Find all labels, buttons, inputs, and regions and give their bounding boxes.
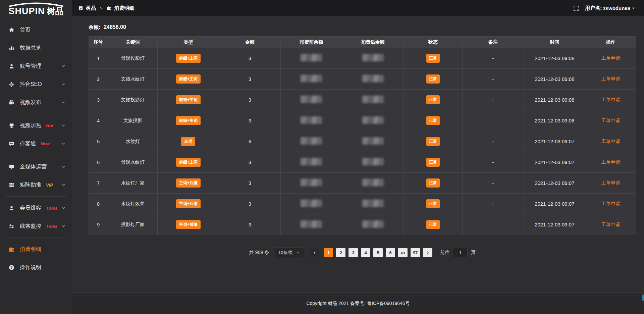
sidebar-item-video-publish[interactable]: 视频发布 <box>0 93 72 111</box>
cell-type: 前缀+主词 <box>158 110 219 131</box>
vip-badge: VIP <box>46 182 53 188</box>
masked-balance <box>362 220 384 228</box>
sidebar-item-douketong[interactable]: 抖客通 New <box>0 135 72 153</box>
sidebar-item-consumption-detail[interactable]: 消费明细 <box>0 240 72 258</box>
cell-status: 正常 <box>404 173 462 194</box>
page-button-6[interactable]: 6 <box>386 248 395 257</box>
status-badge: 正常 <box>426 95 440 104</box>
cell-post-balance <box>342 90 404 110</box>
svg-text:?: ? <box>10 265 12 269</box>
page-button-3[interactable]: 3 <box>348 248 358 257</box>
next-page-button[interactable] <box>423 248 432 257</box>
cell-time: 2021-12-03 09:08 <box>524 90 585 110</box>
sidebar-nav: 首页 数据总览 账号管理 抖音SEO 视频发布 视频加热 Hot <box>0 17 72 276</box>
page-button-4[interactable]: 4 <box>361 248 370 257</box>
work-order-link[interactable]: 工单申请 <box>601 159 620 165</box>
table-row: 4 文旅投影 前缀+主词 3 正常 - 2021-12-03 09:08 工单申… <box>89 110 636 131</box>
cell-pre-balance <box>281 131 342 152</box>
col-header-index: 序号 <box>89 37 108 48</box>
work-order-link[interactable]: 工单申请 <box>601 76 620 82</box>
sliders-icon <box>9 223 14 229</box>
status-badge: 正常 <box>426 158 440 167</box>
prev-page-button[interactable] <box>310 248 319 257</box>
cell-action: 工单申请 <box>585 69 636 90</box>
col-header-post-balance: 扣费后余额 <box>342 37 404 48</box>
sidebar-item-lead-monitor[interactable]: 线索监控 Tools <box>0 217 72 235</box>
cell-remark: - <box>462 214 524 235</box>
work-order-link[interactable]: 工单申请 <box>601 118 620 123</box>
sidebar-divider <box>6 238 66 238</box>
chevron-down-icon <box>61 100 65 104</box>
cell-status: 正常 <box>404 90 462 110</box>
sidebar-item-instructions[interactable]: ? 操作说明 <box>0 258 72 276</box>
type-badge: 前缀+主词 <box>176 54 201 63</box>
sidebar-item-video-heat[interactable]: 视频加热 Hot <box>0 116 72 135</box>
chevron-down-icon <box>61 165 65 169</box>
user-menu[interactable]: 用户名: zswodun88 <box>585 5 635 11</box>
work-order-link[interactable]: 工单申请 <box>601 55 620 61</box>
cell-time: 2021-12-03 09:08 <box>524 110 585 131</box>
cell-remark: - <box>462 69 524 90</box>
page-button-1[interactable]: 1 <box>324 248 333 257</box>
cell-type: 前缀+主词 <box>158 90 219 110</box>
username-label: 用户名: <box>585 5 602 11</box>
goto-label: 前往 <box>440 250 449 256</box>
masked-balance <box>301 179 322 186</box>
sidebar-item-member-baoke[interactable]: 会员爆客 Tools <box>0 199 72 217</box>
page-size-select[interactable]: 10条/页 <box>274 247 304 258</box>
sidebar-item-omnimedia-ops[interactable]: 全媒体运营 <box>0 158 72 176</box>
sidebar-item-label: 矩阵助推 <box>20 181 41 189</box>
status-badge: 正常 <box>426 74 440 84</box>
cell-pre-balance <box>281 152 342 173</box>
cell-post-balance <box>342 48 404 69</box>
page-button-5[interactable]: 5 <box>373 248 383 257</box>
work-order-link[interactable]: 工单申请 <box>601 201 620 206</box>
masked-balance <box>301 54 322 61</box>
page-ellipsis[interactable]: ••• <box>398 248 408 257</box>
sidebar-item-label: 抖客通 <box>20 140 36 147</box>
table-header-row: 序号 关键词 类型 金额 扣费前余额 扣费后余额 状态 备注 时间 操作 <box>89 37 636 48</box>
cell-status: 正常 <box>404 110 462 131</box>
sidebar-item-label: 视频发布 <box>20 99 41 106</box>
copyright-text: Copyright 树品 2021 备案号: 粤ICP备09019646号 <box>306 301 410 307</box>
edge-widget[interactable] <box>642 295 644 301</box>
work-order-link[interactable]: 工单申请 <box>601 222 620 227</box>
work-order-link[interactable]: 工单申请 <box>601 97 620 102</box>
cell-time: 2021-12-03 09:08 <box>524 48 585 69</box>
masked-balance <box>362 116 384 124</box>
cell-status: 正常 <box>404 194 462 214</box>
breadcrumb-root[interactable]: 树品 <box>86 5 96 11</box>
cell-keyword: 文旅水纹灯 <box>108 69 158 90</box>
masked-balance <box>362 75 384 82</box>
masked-balance <box>362 200 384 207</box>
work-order-link[interactable]: 工单申请 <box>601 139 620 144</box>
video-camera-icon <box>9 100 14 105</box>
page-button-97[interactable]: 97 <box>411 248 420 257</box>
page-size-value: 10条/页 <box>278 250 293 256</box>
goto-page-input[interactable] <box>453 248 468 257</box>
topbar: 树品 > 消费明细 用户名: zswodun88 <box>72 0 644 16</box>
chevron-down-icon <box>61 82 65 86</box>
sidebar-item-matrix-boost[interactable]: 矩阵助推 VIP <box>0 176 72 194</box>
page-button-2[interactable]: 2 <box>336 248 345 257</box>
user-icon <box>9 63 14 69</box>
cell-action: 工单申请 <box>585 152 636 173</box>
status-badge: 正常 <box>426 137 440 146</box>
chevron-down-icon <box>61 206 65 210</box>
chevron-down-icon <box>297 251 300 254</box>
sidebar-item-data-overview[interactable]: 数据总览 <box>0 39 72 57</box>
col-header-amount: 金额 <box>219 37 280 48</box>
sidebar-item-home[interactable]: 首页 <box>0 21 72 39</box>
tools-badge: Tools <box>46 206 57 211</box>
type-badge: 前缀+主词 <box>176 74 201 84</box>
work-order-link[interactable]: 工单申请 <box>601 180 620 186</box>
sidebar-item-account-mgmt[interactable]: 账号管理 <box>0 57 72 75</box>
cell-post-balance <box>342 173 404 194</box>
cell-action: 工单申请 <box>585 214 636 235</box>
cell-remark: - <box>462 173 524 194</box>
sidebar-item-douyin-seo[interactable]: 抖音SEO <box>0 75 72 93</box>
fullscreen-icon[interactable] <box>573 5 579 11</box>
hot-badge: Hot <box>46 123 53 128</box>
main-content: 余额: 24856.00 序号 关键词 类型 金额 扣费前余额 扣费后余额 状态… <box>72 16 644 293</box>
cell-time: 2021-12-03 09:07 <box>524 131 585 152</box>
